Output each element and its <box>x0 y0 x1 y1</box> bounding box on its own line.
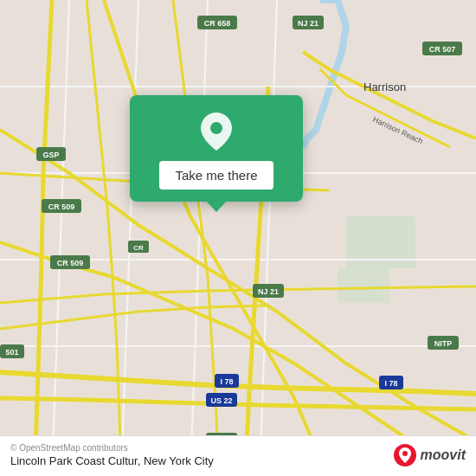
svg-text:GSP: GSP <box>42 151 59 159</box>
svg-text:NJ 21: NJ 21 <box>298 19 318 28</box>
svg-text:CR: CR <box>133 244 144 252</box>
location-popup: Take me there <box>130 95 303 202</box>
svg-text:Harrison: Harrison <box>363 80 406 93</box>
svg-text:CR 509: CR 509 <box>48 203 75 211</box>
svg-text:I 78: I 78 <box>220 377 233 386</box>
moovit-logo: moovit <box>393 443 466 467</box>
svg-text:501: 501 <box>5 348 18 357</box>
take-me-there-button[interactable]: Take me there <box>159 161 273 190</box>
svg-text:CR 658: CR 658 <box>204 19 231 28</box>
svg-text:CR 507: CR 507 <box>429 45 456 54</box>
svg-text:NITP: NITP <box>434 339 453 348</box>
bottom-bar: © OpenStreetMap contributors Lincoln Par… <box>0 435 476 476</box>
copyright-text: © OpenStreetMap contributors <box>10 443 214 453</box>
moovit-icon <box>393 443 417 467</box>
map-container: GSP CR 509 CR 509 CR 658 NJ 21 NJ 21 NJ … <box>0 0 476 476</box>
bottom-left: © OpenStreetMap contributors Lincoln Par… <box>10 443 214 467</box>
svg-text:CR 509: CR 509 <box>57 259 84 267</box>
svg-rect-2 <box>338 268 389 303</box>
svg-text:NJ 21: NJ 21 <box>258 287 279 296</box>
svg-point-43 <box>210 122 222 134</box>
svg-point-45 <box>402 451 408 456</box>
location-pin-icon <box>196 111 237 152</box>
svg-text:I 78: I 78 <box>384 379 397 388</box>
svg-text:US 22: US 22 <box>210 396 232 405</box>
location-name: Lincoln Park Coast Cultur, New York City <box>10 454 214 467</box>
moovit-text: moovit <box>421 447 466 463</box>
map-background: GSP CR 509 CR 509 CR 658 NJ 21 NJ 21 NJ … <box>0 0 476 476</box>
